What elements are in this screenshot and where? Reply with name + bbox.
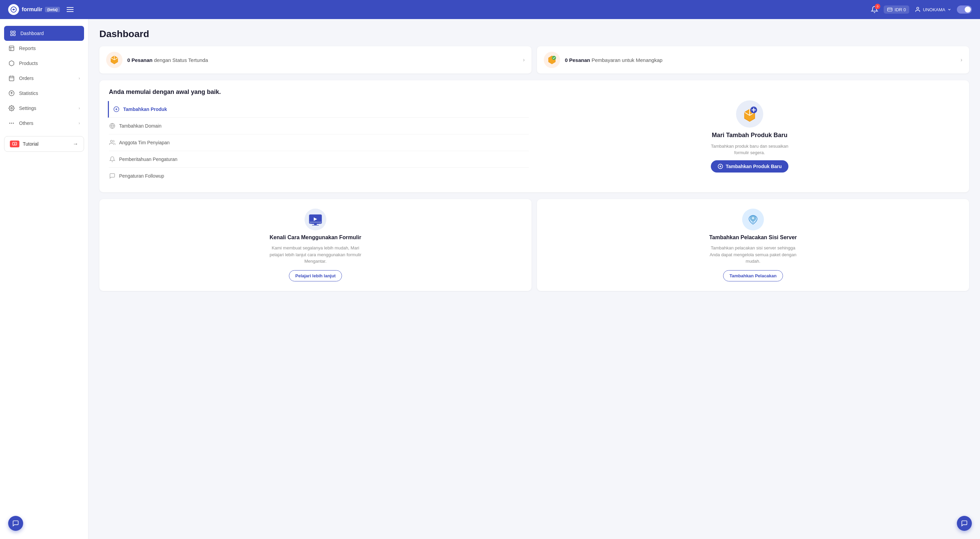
balance-amount: IDR 0 [894,7,906,12]
reports-icon [8,45,15,52]
svg-rect-43 [314,224,317,225]
products-icon [8,60,15,67]
welcome-right: Mari Tambah Produk Baru Tambahkan produk… [540,89,959,184]
welcome-item-3-label: Anggota Tim Penyiapan [119,140,170,145]
status-card-pending[interactable]: 0 Pesanan dengan Status Tertunda › [99,46,531,73]
notification-button[interactable]: 0 [871,6,878,13]
logo[interactable]: formulir {beta} [8,4,60,15]
add-product-panel-title: Mari Tambah Produk Baru [712,132,788,139]
others-icon [8,120,15,127]
notif-count: 0 [875,4,880,9]
others-chevron-icon: › [79,121,80,126]
add-tracking-button[interactable]: Tambahkan Pelacakan [723,270,783,281]
orders-chevron-icon: › [79,76,80,81]
sidebar-reports-label: Reports [19,46,36,51]
tutorial-label: Tutorial [23,141,38,147]
svg-point-31 [111,140,113,142]
sidebar-others-label: Others [19,121,33,126]
tutorial-card-icon [305,208,326,231]
svg-rect-9 [9,46,14,51]
pending-order-icon [106,52,123,68]
sidebar-item-products[interactable]: Products [0,56,88,71]
welcome-item-5-label: Pengaturan Followup [119,173,164,179]
chat-fab-left[interactable] [8,516,23,531]
welcome-item-add-domain[interactable]: Tambahkan Domain [109,118,529,134]
sidebar-statistics-label: Statistics [19,91,38,96]
bottom-card-2-desc: Tambahkan pelacakan sisi server sehingga… [705,245,801,265]
bottom-card-1-title: Kenali Cara Menggunakan Formulir [269,234,361,240]
welcome-left: Anda memulai dengan awal yang baik. Tamb… [109,89,529,184]
welcome-item-2-label: Tambahkan Domain [119,123,162,129]
status-card-payment[interactable]: 0 Pesanan Pembayaran untuk Menangkap › [537,46,969,73]
welcome-list: Tambahkan Produk Tambahkan Domain [109,101,529,184]
sidebar-item-settings[interactable]: Settings › [0,101,88,116]
dashboard-icon [10,30,16,37]
tutorial-button[interactable]: Tutorial → [4,136,84,152]
svg-rect-6 [14,31,15,33]
welcome-item-1-label: Tambahkan Produk [123,107,167,112]
status-card-2-desc: Pembayaran untuk Menangkap [592,57,662,63]
app-header: formulir {beta} 0 IDR 0 [0,0,980,19]
status-card-1-text: 0 Pesanan dengan Status Tertunda [127,57,208,63]
welcome-item-team[interactable]: Anggota Tim Penyiapan [109,134,529,151]
balance-button[interactable]: IDR 0 [884,5,909,14]
svg-rect-12 [9,76,14,81]
add-product-btn-label: Tambahkan Produk Baru [726,164,782,169]
settings-chevron-icon: › [79,106,80,111]
status-card-2-text: 0 Pesanan Pembayaran untuk Menangkap [565,57,662,63]
theme-toggle[interactable] [957,5,972,14]
sidebar-item-reports[interactable]: Reports [0,41,88,56]
main-content: Dashboard 0 Pesanan dengan Status Tertun… [89,19,980,539]
logo-text: formulir [22,6,42,13]
learn-more-button[interactable]: Pelajari lebih lanjut [289,270,342,281]
sidebar-item-statistics[interactable]: Statistics [0,86,88,101]
welcome-section: Anda memulai dengan awal yang baik. Tamb… [99,80,969,192]
notification-list-icon [109,156,116,163]
svg-rect-44 [312,225,319,226]
sidebar: Dashboard Reports Products [0,19,89,539]
sidebar-products-label: Products [19,60,38,66]
chat-fab-right[interactable] [957,516,972,531]
bottom-card-2-title: Tambahkan Pelacakan Sisi Server [709,234,797,240]
username-label: UNOKAMA [923,7,945,12]
welcome-item-notification[interactable]: Pemberitahuan Pengaturan [109,151,529,168]
status-card-2-arrow-icon: › [961,57,962,63]
team-list-icon [109,139,116,146]
status-card-1-desc: dengan Status Tertunda [154,57,208,63]
sidebar-item-dashboard[interactable]: Dashboard [4,26,84,41]
bottom-card-1-desc: Kami membuat segalanya lebih mudah, Mari… [268,245,363,265]
bottom-card-tutorial: Kenali Cara Menggunakan Formulir Kami me… [99,199,531,291]
status-card-1-count: 0 Pesanan [127,57,153,63]
welcome-item-followup[interactable]: Pengaturan Followup [109,168,529,184]
sidebar-orders-label: Orders [19,76,34,81]
svg-rect-8 [14,34,15,36]
hamburger-menu[interactable] [67,7,73,12]
bottom-cards-row: Kenali Cara Menggunakan Formulir Kami me… [99,199,969,291]
svg-point-18 [11,108,13,109]
settings-icon [8,105,15,111]
welcome-title: Anda memulai dengan awal yang baik. [109,89,529,95]
add-product-button[interactable]: Tambahkan Produk Baru [711,160,789,173]
page-title: Dashboard [99,29,969,40]
add-product-list-icon [113,106,120,113]
sidebar-dashboard-label: Dashboard [21,31,44,36]
payment-order-icon [544,52,560,68]
header-left: formulir {beta} [8,4,73,15]
bottom-card-tracking: Tambahkan Pelacakan Sisi Server Tambahka… [537,199,969,291]
svg-rect-7 [11,34,12,36]
svg-rect-2 [888,8,892,11]
status-card-1-arrow-icon: › [523,57,525,63]
sidebar-item-others[interactable]: Others › [0,116,88,131]
main-layout: Dashboard Reports Products [0,19,980,539]
svg-rect-41 [309,215,321,221]
sidebar-item-orders[interactable]: Orders › [0,71,88,86]
user-menu-button[interactable]: UNOKAMA [915,6,951,13]
svg-point-4 [917,7,919,9]
logo-icon [8,4,19,15]
orders-icon [8,75,15,82]
welcome-item-add-product[interactable]: Tambahkan Produk [108,101,529,118]
tracking-card-icon [742,208,764,231]
domain-list-icon [109,122,116,129]
add-product-panel-desc: Tambahkan produk baru dan sesuaikan form… [705,143,794,156]
status-cards-row: 0 Pesanan dengan Status Tertunda › 0 Pe [99,46,969,73]
